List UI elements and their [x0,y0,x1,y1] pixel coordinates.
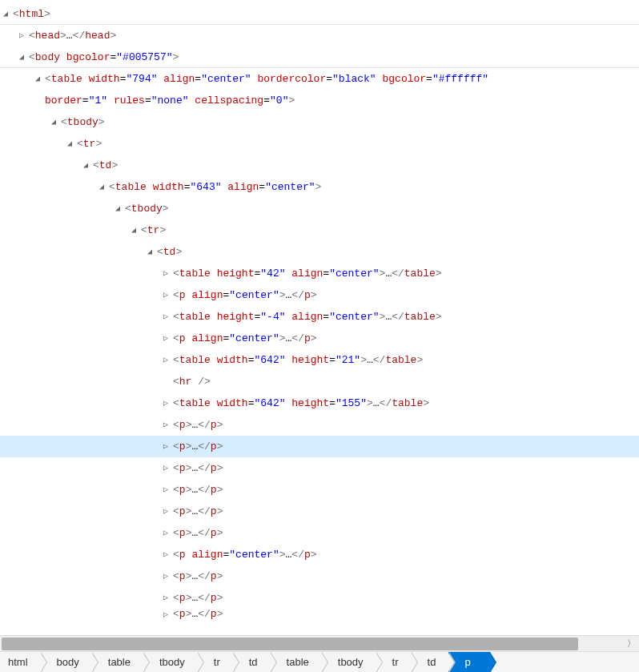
node-label[interactable]: <p>…</p> [173,570,223,582]
tree-row[interactable]: ◢<td> [0,241,639,263]
node-label[interactable]: <table height="42" align="center">…</tab… [173,268,442,280]
tree-row[interactable]: ▷<table width="642" height="21">…</table… [0,349,639,371]
chevron-right-icon[interactable]: ▷ [160,333,171,343]
node-label[interactable]: <table width="642" height="155">…</table… [173,397,429,409]
tree-row[interactable]: ▷<p>…</p> [0,501,639,522]
tree-row[interactable]: ▷<p align="center">…</p> [0,328,639,349]
tree-row[interactable]: ◢<html> [0,3,639,25]
chevron-right-icon[interactable]: ▷ [160,528,171,537]
tree-row[interactable]: ◢<tr> [0,133,639,155]
tree-row[interactable]: ▷<p>…</p> [0,479,639,501]
tree-row[interactable]: ▷<p>…</p> [0,587,639,609]
node-label[interactable]: <p>…</p> [173,484,223,496]
breadcrumb-body[interactable]: body [41,652,92,672]
chevron-right-icon[interactable]: ▷ [160,549,171,559]
node-label[interactable]: <tbody> [61,116,105,128]
tree-row[interactable]: ▷<p>…</p> [0,522,639,544]
tree-row[interactable]: ▷<p align="center">…</p> [0,284,639,306]
node-label[interactable]: <hr /> [173,376,211,388]
chevron-down-icon[interactable]: ◢ [112,203,123,213]
chevron-right-icon[interactable]: ▷ [160,441,171,451]
tree-row[interactable]: ◢<td> [0,155,639,176]
node-label[interactable]: <p>…</p> [173,592,223,604]
horizontal-scrollbar[interactable]: 〉 [0,635,639,651]
chevron-right-icon[interactable]: ▷ [160,290,171,300]
node-label[interactable]: <p>…</p> [173,608,223,620]
chevron-right-icon[interactable]: ▷ [160,485,171,494]
node-label[interactable]: <p>…</p> [173,441,223,453]
tree-row[interactable]: ▷<table height="42" align="center">…</ta… [0,263,639,284]
chevron-right-icon[interactable]: ▷ [16,30,27,40]
tree-row[interactable]: ▷<p>…</p> [0,609,639,620]
tree-row[interactable]: ▷<p>…</p> [0,436,639,457]
chevron-right-icon[interactable]: ▷ [160,398,171,408]
node-label[interactable]: <table width="794" align="center" border… [45,73,488,85]
tree-row-continuation[interactable]: border="1" rules="none" cellspacing="0"> [0,90,639,111]
chevron-down-icon[interactable]: ◢ [96,182,107,191]
chevron-right-icon[interactable]: ▷ [160,593,171,602]
node-label[interactable]: border="1" rules="none" cellspacing="0"> [45,95,295,107]
node-label[interactable]: <head>…</head> [29,30,116,42]
breadcrumb-trail: htmlbodytabletbodytrtdtabletbodytrtdp [0,651,639,672]
tree-row[interactable]: ▷<table height="-4" align="center">…</ta… [0,306,639,328]
tree-row[interactable]: <hr /> [0,371,639,392]
tree-row[interactable]: ▷<p>…</p> [0,565,639,587]
node-label[interactable]: <p align="center">…</p> [173,289,317,301]
breadcrumb-tbody[interactable]: tbody [143,652,198,672]
tree-row[interactable]: ▷<p>…</p> [0,457,639,479]
node-label[interactable]: <html> [13,8,50,20]
dom-tree[interactable]: ◢<html>▷<head>…</head>◢<body bgcolor="#0… [0,0,639,635]
chevron-down-icon[interactable]: ◢ [64,139,75,148]
tree-row[interactable]: ▷<p>…</p> [0,414,639,436]
node-label[interactable]: <td> [157,246,182,258]
tree-row[interactable]: ▷<p align="center">…</p> [0,544,639,565]
chevron-right-icon[interactable]: ▷ [160,506,171,516]
chevron-down-icon[interactable]: ◢ [0,9,11,18]
breadcrumb-html[interactable]: html [0,652,41,672]
breadcrumb-tbody[interactable]: tbody [322,652,376,672]
node-label[interactable]: <tr> [141,224,166,236]
scroll-right-button[interactable]: 〉 [623,636,639,652]
tree-row[interactable]: ▷<head>…</head> [0,25,639,46]
node-label[interactable]: <tr> [77,138,102,150]
chevron-right-icon[interactable]: ▷ [160,355,171,364]
node-label[interactable]: <td> [93,159,118,171]
node-label[interactable]: <p>…</p> [173,462,223,474]
chevron-down-icon[interactable]: ◢ [32,74,43,83]
node-label[interactable]: <p>…</p> [173,527,223,539]
tree-row[interactable]: ◢<body bgcolor="#005757"> [0,46,639,68]
chevron-right-icon[interactable]: ▷ [160,571,171,581]
chevron-down-icon[interactable]: ◢ [80,160,91,170]
chevron-right-icon[interactable]: ▷ [160,268,171,278]
node-label[interactable]: <p align="center">…</p> [173,332,317,344]
node-label[interactable]: <table width="642" height="21">…</table> [173,354,423,366]
chevron-right-icon[interactable]: ▷ [160,463,171,473]
tree-row[interactable]: ◢<tbody> [0,198,639,219]
node-label[interactable]: <p>…</p> [173,419,223,431]
tree-row[interactable]: ▷<table width="642" height="155">…</tabl… [0,392,639,414]
chevron-down-icon[interactable]: ◢ [16,52,27,62]
tree-row[interactable]: ◢<table width="794" align="center" borde… [0,68,639,90]
chevron-right-icon[interactable]: ▷ [160,312,171,321]
node-label[interactable]: <p>…</p> [173,505,223,517]
breadcrumb-table[interactable]: table [271,652,322,672]
chevron-down-icon[interactable]: ◢ [48,117,59,127]
node-label[interactable]: <body bgcolor="#005757"> [29,51,179,63]
chevron-right-icon[interactable]: ▷ [160,420,171,429]
tree-row[interactable]: ◢<table width="643" align="center"> [0,176,639,198]
tree-row[interactable]: ◢<tbody> [0,111,639,133]
tree-row[interactable]: ◢<tr> [0,219,639,241]
node-label[interactable]: <table width="643" align="center"> [109,181,321,193]
chevron-right-icon[interactable]: ▷ [160,610,171,619]
scroll-thumb[interactable] [2,638,578,650]
node-label[interactable]: <tbody> [125,203,169,215]
chevron-down-icon[interactable]: ◢ [144,247,155,256]
node-label[interactable]: <p align="center">…</p> [173,549,317,561]
chevron-down-icon[interactable]: ◢ [128,225,139,235]
breadcrumb-table[interactable]: table [92,652,143,672]
node-label[interactable]: <table height="-4" align="center">…</tab… [173,311,442,323]
